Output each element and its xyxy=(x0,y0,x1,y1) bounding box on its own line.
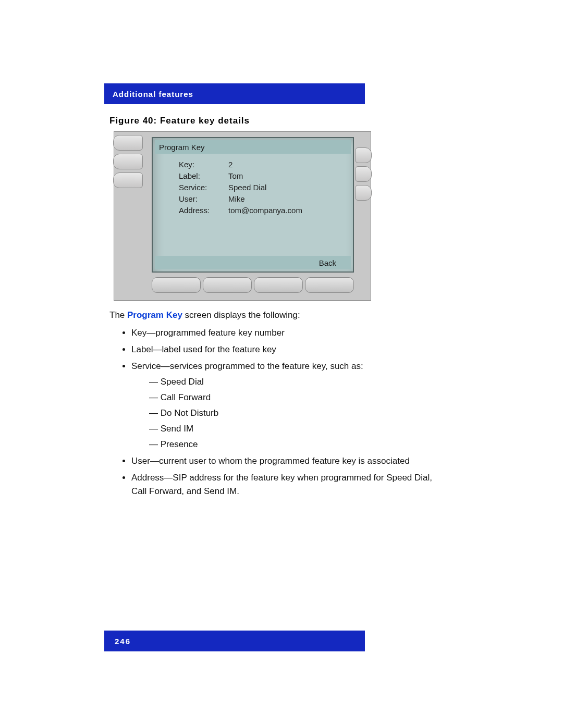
lcd-row: User: Mike xyxy=(179,193,348,205)
lcd-title: Program Key xyxy=(155,140,351,154)
lcd-row-label: Key: xyxy=(179,159,228,170)
lcd-softkey-row: Back xyxy=(155,256,351,269)
sub-list-item: Speed Dial xyxy=(149,375,438,389)
list-item-text: Service—services programmed to the featu… xyxy=(131,361,363,371)
lcd-row-label: Label: xyxy=(179,170,228,182)
lcd-row: Address: tom@companya.com xyxy=(179,205,348,216)
section-header-text: Additional features xyxy=(113,90,193,98)
list-item: Service—services programmed to the featu… xyxy=(131,360,438,451)
list-item: Address—SIP address for the feature key … xyxy=(131,471,438,498)
figure-caption: Figure 40: Feature key details xyxy=(109,116,250,126)
softkey-button-icon xyxy=(152,277,201,293)
lcd-row-label: Service: xyxy=(179,182,228,193)
page-number: 246 xyxy=(115,637,131,646)
softkey-bar xyxy=(152,277,354,293)
side-button-icon xyxy=(113,135,143,151)
document-page: Additional features Figure 40: Feature k… xyxy=(0,0,563,728)
lcd-title-text: Program Key xyxy=(159,143,205,152)
list-item: Key—programmed feature key number xyxy=(131,326,438,340)
lcd-row: Service: Speed Dial xyxy=(179,182,348,193)
back-label: Back xyxy=(319,258,336,267)
lcd-row: Label: Tom xyxy=(179,170,348,182)
side-button-icon xyxy=(113,154,143,169)
lcd-row-value: tom@companya.com xyxy=(228,205,302,216)
phone-device-image: Program Key Key: 2 Label: Tom Service: S… xyxy=(114,131,371,301)
sub-list-item: Do Not Disturb xyxy=(149,406,438,420)
lcd-row-label: User: xyxy=(179,193,228,205)
side-button-icon xyxy=(355,185,372,201)
program-key-link[interactable]: Program Key xyxy=(127,310,182,320)
section-header: Additional features xyxy=(104,83,365,104)
lcd-row-value: 2 xyxy=(228,159,232,170)
softkey-button-icon xyxy=(203,277,252,293)
lead-post: screen displays the following: xyxy=(182,310,300,320)
sub-list-item: Send IM xyxy=(149,422,438,436)
lead-pre: The xyxy=(109,310,127,320)
lcd-row-value: Tom xyxy=(228,170,243,182)
side-button-icon xyxy=(113,172,143,188)
sub-list: Speed Dial Call Forward Do Not Disturb S… xyxy=(131,375,438,451)
side-button-icon xyxy=(355,147,372,163)
bullet-list: Key—programmed feature key number Label—… xyxy=(109,326,438,498)
list-item: Label—label used for the feature key xyxy=(131,343,438,356)
body-content: The Program Key screen displays the foll… xyxy=(109,309,438,501)
lcd-body: Key: 2 Label: Tom Service: Speed Dial Us… xyxy=(179,159,348,216)
lead-sentence: The Program Key screen displays the foll… xyxy=(109,309,438,322)
lcd-screen: Program Key Key: 2 Label: Tom Service: S… xyxy=(152,137,354,273)
lcd-row-label: Address: xyxy=(179,205,228,216)
lcd-row-value: Speed Dial xyxy=(228,182,266,193)
page-footer: 246 xyxy=(104,631,365,651)
sub-list-item: Call Forward xyxy=(149,391,438,404)
softkey-button-icon xyxy=(305,277,354,293)
side-button-icon xyxy=(355,166,372,182)
softkey-button-icon xyxy=(254,277,303,293)
lcd-row-value: Mike xyxy=(228,193,245,205)
lcd-row: Key: 2 xyxy=(179,159,348,170)
sub-list-item: Presence xyxy=(149,438,438,451)
list-item: User—current user to whom the programmed… xyxy=(131,454,438,468)
